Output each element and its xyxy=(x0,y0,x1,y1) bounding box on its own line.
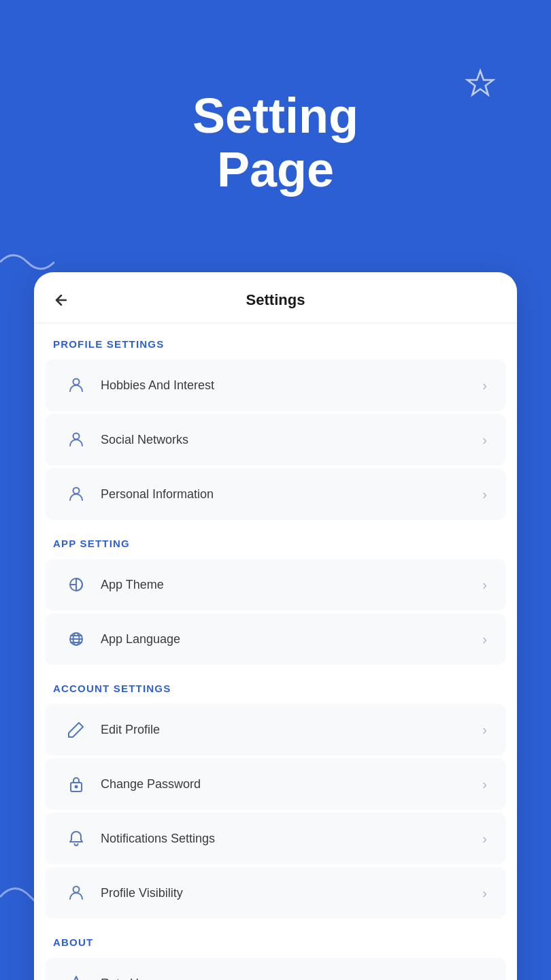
chevron-notifications: › xyxy=(482,831,487,847)
svg-point-11 xyxy=(73,887,80,893)
section-label-app: APP SETTING xyxy=(34,523,517,556)
person-icon-social xyxy=(64,427,88,452)
menu-text-language: App Language xyxy=(101,632,482,647)
svg-point-10 xyxy=(76,786,78,788)
menu-text-password: Change Password xyxy=(101,777,482,791)
menu-item-personal-info[interactable]: Personal Information › xyxy=(45,468,506,520)
card-header: Settings xyxy=(34,272,517,323)
svg-point-0 xyxy=(73,379,80,385)
menu-text-notifications: Notifications Settings xyxy=(101,832,482,846)
person-icon-hobbies xyxy=(64,373,88,397)
chevron-hobbies: › xyxy=(482,378,487,393)
section-label-profile: PROFILE SETTINGS xyxy=(34,323,517,357)
page-title: Setting Page xyxy=(193,89,358,197)
menu-text-theme: App Theme xyxy=(101,578,482,592)
menu-item-edit-profile[interactable]: Edit Profile › xyxy=(45,704,506,755)
chevron-theme: › xyxy=(482,577,487,593)
menu-text-social: Social Networks xyxy=(101,433,482,447)
edit-icon xyxy=(64,717,88,742)
chevron-rate: › xyxy=(482,976,487,981)
settings-card: Settings PROFILE SETTINGS Hobbies And In… xyxy=(34,272,517,980)
star-decoration-icon xyxy=(464,68,497,101)
menu-text-visibility: Profile Visibility xyxy=(101,886,482,900)
menu-item-social-networks[interactable]: Social Networks › xyxy=(45,414,506,466)
chevron-visibility: › xyxy=(482,885,487,901)
menu-item-app-theme[interactable]: App Theme › xyxy=(45,559,506,610)
menu-item-notifications[interactable]: Notifications Settings › xyxy=(45,813,506,864)
chevron-edit: › xyxy=(482,722,487,738)
theme-icon xyxy=(64,572,88,597)
menu-item-hobbies[interactable]: Hobbies And Interest › xyxy=(45,359,506,411)
lock-icon xyxy=(64,772,88,796)
menu-item-change-password[interactable]: Change Password › xyxy=(45,758,506,810)
chevron-password: › xyxy=(482,777,487,792)
bell-icon xyxy=(64,826,88,851)
chevron-personal: › xyxy=(482,487,487,502)
menu-item-app-language[interactable]: App Language › xyxy=(45,613,506,665)
person-icon-visibility xyxy=(64,881,88,905)
svg-point-2 xyxy=(73,488,80,494)
menu-text-rate: Rate Us xyxy=(101,977,482,981)
globe-icon xyxy=(64,627,88,651)
settings-title: Settings xyxy=(246,291,305,309)
menu-item-rate-us[interactable]: Rate Us › xyxy=(45,958,506,980)
menu-text-edit: Edit Profile xyxy=(101,723,482,737)
menu-text-hobbies: Hobbies And Interest xyxy=(101,378,482,393)
chevron-language: › xyxy=(482,632,487,647)
menu-text-personal: Personal Information xyxy=(101,487,482,502)
chevron-social: › xyxy=(482,432,487,448)
star-icon-rate xyxy=(64,971,88,980)
section-label-about: ABOUT xyxy=(34,921,517,955)
back-button[interactable] xyxy=(53,292,69,308)
menu-item-profile-visibility[interactable]: Profile Visibility › xyxy=(45,867,506,919)
svg-point-1 xyxy=(73,434,80,440)
person-icon-personal xyxy=(64,482,88,506)
section-label-account: ACCOUNT SETTINGS xyxy=(34,668,517,701)
